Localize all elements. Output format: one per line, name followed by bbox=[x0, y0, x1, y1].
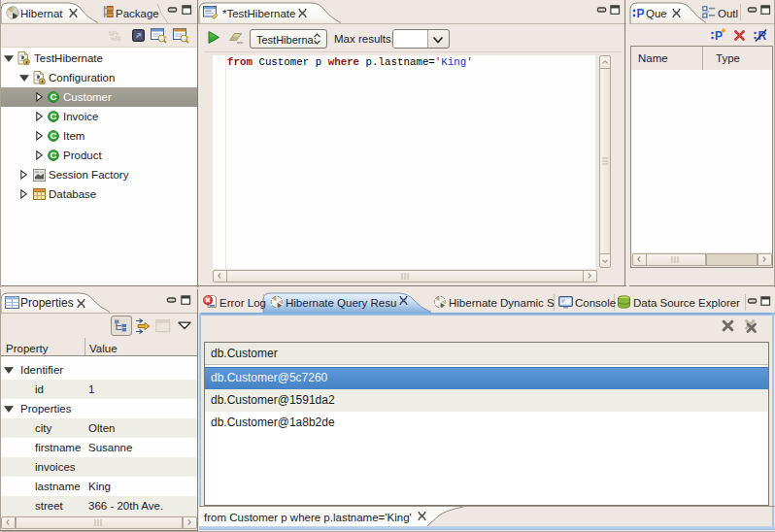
svg-text:P: P bbox=[715, 29, 723, 43]
svg-text:C: C bbox=[51, 150, 57, 160]
svg-text:C: C bbox=[51, 91, 57, 102]
svg-text:C: C bbox=[51, 111, 57, 121]
svg-text:P: P bbox=[637, 7, 645, 18]
svg-text:C: C bbox=[51, 130, 57, 141]
